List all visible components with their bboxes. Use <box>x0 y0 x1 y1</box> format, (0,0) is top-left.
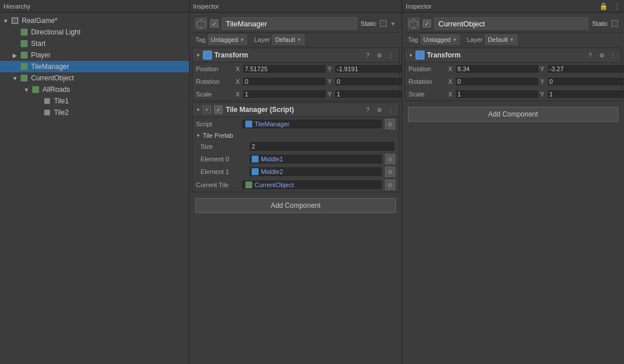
tag-dropdown-left[interactable]: Untagged ▼ <box>208 34 248 45</box>
pos-x-input-left[interactable] <box>242 64 326 73</box>
hierarchy-content: ▼ RealGame* ▶ Directional Light ▶ <box>0 13 189 364</box>
size-input[interactable] <box>249 141 395 152</box>
transform-icon-right <box>415 51 425 60</box>
pos-x-input-right[interactable] <box>455 64 539 73</box>
scale-y-label-right: Y <box>540 91 546 98</box>
rot-x-label-left: X <box>236 78 241 85</box>
layer-dropdown-arrow-left: ▼ <box>297 37 302 42</box>
rot-y-input-right[interactable] <box>547 77 624 86</box>
script-active-checkbox[interactable] <box>214 106 222 114</box>
script-hash-icon: # <box>203 106 211 114</box>
script-settings[interactable]: ⚙ <box>375 105 384 114</box>
cube-icon-ar <box>31 85 40 94</box>
current-tile-text: CurrentObject <box>255 181 294 188</box>
tag-label-left: Tag <box>195 36 206 43</box>
object-name-input-right[interactable] <box>434 17 588 30</box>
inspector-right-panel: Inspector 🔒 ⋮ Static Tag Untagged ▼ <box>402 0 624 364</box>
svg-rect-13 <box>205 52 210 58</box>
rotation-label-left: Rotation <box>196 78 233 85</box>
tree-item-tile2[interactable]: ▶ Tile2 <box>0 107 189 118</box>
transform-menu-left[interactable]: ⋮ <box>386 51 395 60</box>
tree-item-allRoads[interactable]: ▼ AllRoads <box>0 84 189 95</box>
expand-arrow-ar: ▼ <box>23 86 30 93</box>
static-checkbox-left[interactable] <box>380 20 387 27</box>
static-dropdown-left[interactable]: ▼ <box>390 21 396 27</box>
transform-title-right: Transform <box>427 51 583 59</box>
pos-y-input-left[interactable] <box>334 64 402 73</box>
scale-x-input-right[interactable] <box>455 90 539 99</box>
rotation-row-left: Rotation X Y Z <box>192 75 399 88</box>
cube-icon-dl <box>20 28 29 37</box>
scale-row-left: Scale X Y Z <box>192 88 399 100</box>
transform-menu-right[interactable]: ⋮ <box>608 51 618 60</box>
script-menu[interactable]: ⋮ <box>386 105 395 114</box>
transform-settings-left[interactable]: ⚙ <box>375 51 384 60</box>
rot-x-input-right[interactable] <box>455 77 539 86</box>
scale-x-input-left[interactable] <box>242 90 326 99</box>
transform-header-right[interactable]: ▼ Transform ? ⚙ ⋮ <box>405 48 621 63</box>
layer-dropdown-left[interactable]: Default ▼ <box>272 34 305 45</box>
tree-item-realGame[interactable]: ▼ RealGame* <box>0 15 189 26</box>
script-field-value: TileManager <box>241 119 383 129</box>
tree-item-tile1[interactable]: ▶ Tile1 <box>0 95 189 107</box>
active-checkbox-left[interactable] <box>210 20 218 28</box>
svg-rect-4 <box>21 52 28 59</box>
script-pick-btn[interactable]: ◎ <box>385 119 395 129</box>
element1-pick-btn[interactable]: ◎ <box>385 166 395 177</box>
scale-label-left: Scale <box>196 91 233 98</box>
transform-help-right[interactable]: ? <box>586 51 595 60</box>
rot-x-input-left[interactable] <box>242 77 326 86</box>
tile-prefab-header[interactable]: ▼ Tile Prefab <box>192 131 399 140</box>
scale-y-input-left[interactable] <box>334 90 402 99</box>
tree-item-directionalLight[interactable]: ▶ Directional Light <box>0 26 189 38</box>
inspector-right-menu[interactable]: ⋮ <box>614 2 621 10</box>
tree-item-player[interactable]: ▶ Player <box>0 49 189 61</box>
current-tile-row: Current Tile CurrentObject ◎ <box>192 178 399 192</box>
pos-y-input-right[interactable] <box>547 64 624 73</box>
transform-help-left[interactable]: ? <box>363 51 372 60</box>
scale-field-right: X Y Z <box>448 90 624 99</box>
object-header-left: Static ▼ <box>192 15 399 33</box>
rot-y-label-left: Y <box>328 78 333 85</box>
static-checkbox-right[interactable] <box>611 20 618 27</box>
inspector-left-panel: Inspector Static ▼ Tag Untagged <box>190 0 402 364</box>
scale-y-input-right[interactable] <box>547 90 624 99</box>
rot-y-input-left[interactable] <box>334 77 402 86</box>
position-field-right: X Y Z <box>448 64 624 73</box>
svg-rect-1 <box>13 18 17 23</box>
rotation-row-right: Rotation X Y Z <box>405 75 621 88</box>
inspector-left-content: Static ▼ Tag Untagged ▼ Layer Default ▼ … <box>190 13 402 364</box>
expand-arrow-realGame: ▼ <box>2 17 9 24</box>
preview-cube-left <box>195 18 207 29</box>
size-field-row: Size <box>192 140 399 153</box>
transform-header-left[interactable]: ▼ Transform ? ⚙ ⋮ <box>192 48 399 63</box>
tag-dropdown-right[interactable]: Untagged ▼ <box>421 34 460 45</box>
lock-icon-right[interactable]: 🔒 <box>599 2 608 10</box>
tag-layer-row-left: Tag Untagged ▼ Layer Default ▼ <box>192 33 399 47</box>
tile-manager-script-header[interactable]: ▼ # Tile Manager (Script) ? ⚙ ⋮ <box>192 103 399 117</box>
tag-value-right: Untagged <box>423 36 451 43</box>
active-checkbox-right[interactable] <box>423 20 431 28</box>
element0-pick-btn[interactable]: ◎ <box>385 154 395 164</box>
tile-manager-script-title: Tile Manager (Script) <box>226 106 361 114</box>
transform-settings-right[interactable]: ⚙ <box>597 51 606 60</box>
svg-rect-5 <box>21 63 28 70</box>
rotation-field-right: X Y Z <box>448 77 624 86</box>
tree-item-currentObject[interactable]: ▼ CurrentObject <box>0 72 189 84</box>
transform-icon-left <box>203 51 212 60</box>
inspector-right-title-bar: Inspector 🔒 ⋮ <box>402 0 624 13</box>
tree-item-start[interactable]: ▶ Start <box>0 38 189 49</box>
expand-arrow-co: ▼ <box>11 75 18 82</box>
add-component-btn-right[interactable]: Add Component <box>408 107 618 122</box>
tree-label-player: Player <box>31 51 51 59</box>
element1-label: Element 1 <box>201 168 246 175</box>
current-tile-pick-btn[interactable]: ◎ <box>385 180 395 190</box>
tree-label-tm: TileManager <box>31 63 69 71</box>
object-name-input-left[interactable] <box>222 17 357 30</box>
layer-dropdown-right[interactable]: Default ▼ <box>485 34 517 45</box>
add-component-btn-left[interactable]: Add Component <box>195 198 396 213</box>
pos-x-label-left: X <box>236 65 241 72</box>
script-help[interactable]: ? <box>363 105 372 114</box>
tree-item-tileManager[interactable]: ▶ TileManager <box>0 61 189 72</box>
cube-icon-start <box>20 39 29 48</box>
